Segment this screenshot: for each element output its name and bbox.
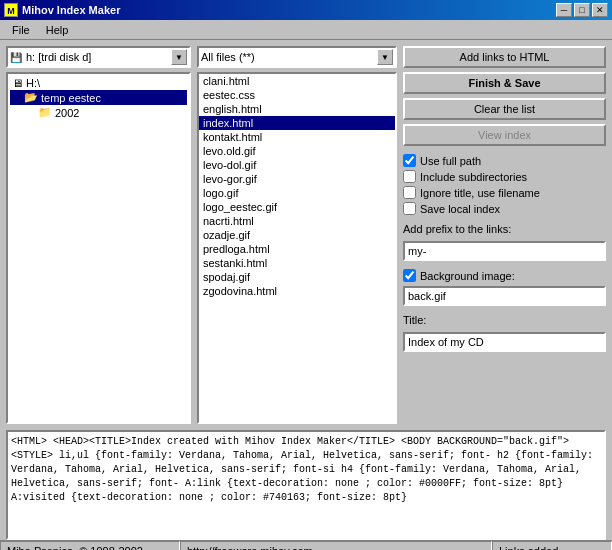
- finish-save-button[interactable]: Finish & Save: [403, 72, 606, 94]
- filter-dropdown[interactable]: All files (**) ▼: [197, 46, 397, 68]
- folder-icon-2002: 📁: [38, 106, 52, 119]
- menu-bar: File Help: [0, 20, 612, 40]
- main-content: 💾 h: [trdi disk d] ▼ 🖥 H:\ 📂 temp eestec…: [0, 40, 612, 430]
- menu-help[interactable]: Help: [38, 22, 77, 38]
- drive-dropdown-button[interactable]: ▼: [171, 49, 187, 65]
- app-title: Mihov Index Maker: [22, 4, 120, 16]
- add-prefix-label: Add prefix to the links:: [403, 223, 606, 235]
- background-image-input[interactable]: [403, 286, 606, 306]
- use-full-path-label: Use full path: [420, 155, 481, 167]
- right-panel: Add links to HTML Finish & Save Clear th…: [403, 46, 606, 424]
- use-full-path-checkbox-row[interactable]: Use full path: [403, 154, 606, 167]
- checkboxes-panel: Use full path Include subdirectories Ign…: [403, 154, 606, 215]
- title-input[interactable]: [403, 332, 606, 352]
- app-icon: M: [4, 3, 18, 17]
- file-item[interactable]: logo.gif: [199, 186, 395, 200]
- use-full-path-checkbox[interactable]: [403, 154, 416, 167]
- tree-label-2002: 2002: [55, 107, 79, 119]
- filter-label: All files (**): [201, 51, 377, 63]
- menu-file[interactable]: File: [4, 22, 38, 38]
- file-tree[interactable]: 🖥 H:\ 📂 temp eestec 📁 2002: [6, 72, 191, 424]
- background-image-checkbox[interactable]: [403, 269, 416, 282]
- file-item[interactable]: spodaj.gif: [199, 270, 395, 284]
- ignore-title-checkbox[interactable]: [403, 186, 416, 199]
- drive-selector[interactable]: 💾 h: [trdi disk d] ▼: [6, 46, 191, 68]
- title-label: Title:: [403, 314, 606, 326]
- save-local-label: Save local index: [420, 203, 500, 215]
- filter-dropdown-button[interactable]: ▼: [377, 49, 393, 65]
- file-item[interactable]: levo-dol.gif: [199, 158, 395, 172]
- background-image-label: Background image:: [420, 270, 515, 282]
- status-copyright: Miha Psenica, © 1998-2002: [0, 541, 180, 550]
- status-url: http://freeware.mihov.com: [180, 541, 492, 550]
- background-image-checkbox-row[interactable]: Background image:: [403, 269, 606, 282]
- view-index-button[interactable]: View index: [403, 124, 606, 146]
- file-list-panel: All files (**) ▼ clani.html eestec.css e…: [197, 46, 397, 424]
- file-item[interactable]: sestanki.html: [199, 256, 395, 270]
- file-list[interactable]: clani.html eestec.css english.html index…: [197, 72, 397, 424]
- tree-item-2002[interactable]: 📁 2002: [10, 105, 187, 120]
- tree-label-temp-eestec: temp eestec: [41, 92, 101, 104]
- file-item[interactable]: levo-gor.gif: [199, 172, 395, 186]
- ignore-title-checkbox-row[interactable]: Ignore title, use filename: [403, 186, 606, 199]
- status-bar: Miha Psenica, © 1998-2002 http://freewar…: [0, 540, 612, 550]
- file-item[interactable]: kontakt.html: [199, 130, 395, 144]
- file-item[interactable]: levo.old.gif: [199, 144, 395, 158]
- drive-tree-icon: 🖥: [12, 77, 23, 89]
- title-bar: M Mihov Index Maker ─ □ ✕: [0, 0, 612, 20]
- drive-label: h: [trdi disk d]: [26, 51, 171, 63]
- file-item[interactable]: eestec.css: [199, 88, 395, 102]
- file-item[interactable]: ozadje.gif: [199, 228, 395, 242]
- minimize-button[interactable]: ─: [556, 3, 572, 17]
- add-prefix-input[interactable]: [403, 241, 606, 261]
- save-local-checkbox[interactable]: [403, 202, 416, 215]
- include-subdirs-label: Include subdirectories: [420, 171, 527, 183]
- file-item[interactable]: english.html: [199, 102, 395, 116]
- clear-list-button[interactable]: Clear the list: [403, 98, 606, 120]
- file-item[interactable]: logo_eestec.gif: [199, 200, 395, 214]
- folder-open-icon: 📂: [24, 91, 38, 104]
- tree-label-drive: H:\: [26, 77, 40, 89]
- file-item[interactable]: zgodovina.html: [199, 284, 395, 298]
- file-item[interactable]: clani.html: [199, 74, 395, 88]
- save-local-checkbox-row[interactable]: Save local index: [403, 202, 606, 215]
- file-item-selected[interactable]: index.html: [199, 116, 395, 130]
- ignore-title-label: Ignore title, use filename: [420, 187, 540, 199]
- status-message: Links added.: [492, 541, 612, 550]
- include-subdirs-checkbox[interactable]: [403, 170, 416, 183]
- tree-item-drive[interactable]: 🖥 H:\: [10, 76, 187, 90]
- left-panel: 💾 h: [trdi disk d] ▼ 🖥 H:\ 📂 temp eestec…: [6, 46, 191, 424]
- file-item[interactable]: predloga.html: [199, 242, 395, 256]
- html-preview[interactable]: <HTML> <HEAD><TITLE>Index created with M…: [6, 430, 606, 540]
- close-button[interactable]: ✕: [592, 3, 608, 17]
- include-subdirs-checkbox-row[interactable]: Include subdirectories: [403, 170, 606, 183]
- tree-item-temp-eestec[interactable]: 📂 temp eestec: [10, 90, 187, 105]
- title-bar-controls: ─ □ ✕: [556, 3, 608, 17]
- file-item[interactable]: nacrti.html: [199, 214, 395, 228]
- title-bar-left: M Mihov Index Maker: [4, 3, 120, 17]
- add-links-button[interactable]: Add links to HTML: [403, 46, 606, 68]
- drive-icon: 💾: [10, 52, 22, 63]
- maximize-button[interactable]: □: [574, 3, 590, 17]
